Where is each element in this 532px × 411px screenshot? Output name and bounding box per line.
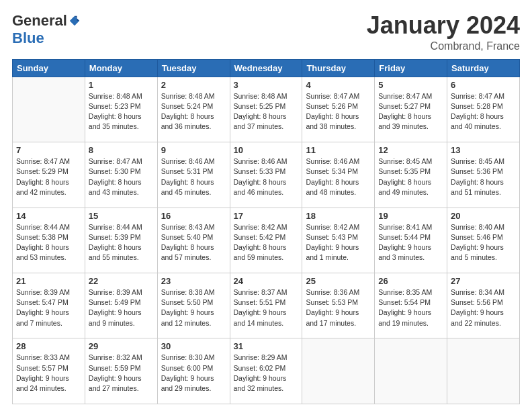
header-tuesday: Tuesday	[157, 59, 230, 77]
day-number: 26	[378, 276, 443, 286]
day-number: 11	[306, 145, 371, 155]
day-info: Sunrise: 8:40 AM Sunset: 5:46 PM Dayligh…	[451, 222, 516, 263]
day-info: Sunrise: 8:39 AM Sunset: 5:47 PM Dayligh…	[16, 287, 81, 328]
day-cell: 6Sunrise: 8:47 AM Sunset: 5:28 PM Daylig…	[447, 77, 520, 142]
subtitle: Combrand, France	[367, 40, 520, 52]
day-number: 29	[89, 341, 154, 351]
day-info: Sunrise: 8:47 AM Sunset: 5:26 PM Dayligh…	[306, 91, 371, 132]
day-info: Sunrise: 8:44 AM Sunset: 5:38 PM Dayligh…	[16, 222, 81, 263]
day-cell: 31Sunrise: 8:29 AM Sunset: 6:02 PM Dayli…	[230, 338, 302, 404]
header-saturday: Saturday	[447, 59, 520, 77]
day-cell: 20Sunrise: 8:40 AM Sunset: 5:46 PM Dayli…	[447, 208, 520, 273]
header-wednesday: Wednesday	[230, 59, 302, 77]
day-cell: 22Sunrise: 8:39 AM Sunset: 5:49 PM Dayli…	[85, 273, 157, 338]
day-info: Sunrise: 8:43 AM Sunset: 5:40 PM Dayligh…	[161, 222, 226, 263]
day-cell: 4Sunrise: 8:47 AM Sunset: 5:26 PM Daylig…	[302, 77, 375, 142]
week-row-5: 28Sunrise: 8:33 AM Sunset: 5:57 PM Dayli…	[13, 338, 520, 404]
day-cell: 28Sunrise: 8:33 AM Sunset: 5:57 PM Dayli…	[13, 338, 85, 404]
day-info: Sunrise: 8:47 AM Sunset: 5:27 PM Dayligh…	[378, 91, 443, 132]
day-number: 6	[451, 80, 516, 90]
logo-icon	[69, 15, 81, 27]
week-row-1: 1Sunrise: 8:48 AM Sunset: 5:23 PM Daylig…	[13, 77, 520, 142]
day-cell: 10Sunrise: 8:46 AM Sunset: 5:33 PM Dayli…	[230, 142, 302, 208]
day-info: Sunrise: 8:30 AM Sunset: 6:00 PM Dayligh…	[161, 353, 226, 394]
day-info: Sunrise: 8:37 AM Sunset: 5:51 PM Dayligh…	[234, 287, 299, 328]
day-cell: 1Sunrise: 8:48 AM Sunset: 5:23 PM Daylig…	[85, 77, 157, 142]
day-number: 22	[89, 276, 154, 286]
day-cell	[13, 77, 85, 142]
day-cell	[447, 338, 520, 404]
day-number: 25	[306, 276, 371, 286]
day-number: 7	[16, 145, 81, 155]
day-info: Sunrise: 8:47 AM Sunset: 5:28 PM Dayligh…	[451, 91, 516, 132]
header: General Blue January 2024 Combrand, Fran…	[12, 12, 520, 52]
day-cell: 26Sunrise: 8:35 AM Sunset: 5:54 PM Dayli…	[375, 273, 447, 338]
day-info: Sunrise: 8:39 AM Sunset: 5:49 PM Dayligh…	[89, 287, 154, 328]
day-cell: 16Sunrise: 8:43 AM Sunset: 5:40 PM Dayli…	[157, 208, 230, 273]
day-info: Sunrise: 8:48 AM Sunset: 5:25 PM Dayligh…	[234, 91, 299, 132]
day-cell	[302, 338, 375, 404]
day-cell: 8Sunrise: 8:47 AM Sunset: 5:30 PM Daylig…	[85, 142, 157, 208]
day-number: 8	[89, 145, 154, 155]
day-cell: 14Sunrise: 8:44 AM Sunset: 5:38 PM Dayli…	[13, 208, 85, 273]
day-cell: 12Sunrise: 8:45 AM Sunset: 5:35 PM Dayli…	[375, 142, 447, 208]
day-cell: 17Sunrise: 8:42 AM Sunset: 5:42 PM Dayli…	[230, 208, 302, 273]
day-number: 5	[378, 80, 443, 90]
day-cell	[375, 338, 447, 404]
day-cell: 9Sunrise: 8:46 AM Sunset: 5:31 PM Daylig…	[157, 142, 230, 208]
day-info: Sunrise: 8:42 AM Sunset: 5:43 PM Dayligh…	[306, 222, 371, 263]
day-number: 4	[306, 80, 371, 90]
day-number: 1	[89, 80, 154, 90]
logo-text: General	[12, 12, 81, 30]
day-cell: 2Sunrise: 8:48 AM Sunset: 5:24 PM Daylig…	[157, 77, 230, 142]
week-row-3: 14Sunrise: 8:44 AM Sunset: 5:38 PM Dayli…	[13, 208, 520, 273]
day-info: Sunrise: 8:34 AM Sunset: 5:56 PM Dayligh…	[451, 287, 516, 328]
day-number: 19	[378, 211, 443, 221]
day-number: 28	[16, 341, 81, 351]
day-number: 3	[234, 80, 299, 90]
day-cell: 15Sunrise: 8:44 AM Sunset: 5:39 PM Dayli…	[85, 208, 157, 273]
day-info: Sunrise: 8:48 AM Sunset: 5:24 PM Dayligh…	[161, 91, 226, 132]
header-row: SundayMondayTuesdayWednesdayThursdayFrid…	[13, 59, 520, 77]
day-cell: 3Sunrise: 8:48 AM Sunset: 5:25 PM Daylig…	[230, 77, 302, 142]
day-number: 14	[16, 211, 81, 221]
week-row-2: 7Sunrise: 8:47 AM Sunset: 5:29 PM Daylig…	[13, 142, 520, 208]
header-sunday: Sunday	[13, 59, 85, 77]
day-number: 12	[378, 145, 443, 155]
day-number: 30	[161, 341, 226, 351]
day-cell: 23Sunrise: 8:38 AM Sunset: 5:50 PM Dayli…	[157, 273, 230, 338]
logo-general: General	[12, 12, 67, 30]
day-cell: 21Sunrise: 8:39 AM Sunset: 5:47 PM Dayli…	[13, 273, 85, 338]
header-thursday: Thursday	[302, 59, 375, 77]
day-number: 15	[89, 211, 154, 221]
day-info: Sunrise: 8:32 AM Sunset: 5:59 PM Dayligh…	[89, 353, 154, 394]
header-monday: Monday	[85, 59, 157, 77]
day-info: Sunrise: 8:44 AM Sunset: 5:39 PM Dayligh…	[89, 222, 154, 263]
main-title: January 2024	[367, 12, 520, 39]
title-section: January 2024 Combrand, France	[367, 12, 520, 52]
day-info: Sunrise: 8:48 AM Sunset: 5:23 PM Dayligh…	[89, 91, 154, 132]
page: General Blue January 2024 Combrand, Fran…	[0, 0, 532, 411]
day-info: Sunrise: 8:35 AM Sunset: 5:54 PM Dayligh…	[378, 287, 443, 328]
day-cell: 27Sunrise: 8:34 AM Sunset: 5:56 PM Dayli…	[447, 273, 520, 338]
day-info: Sunrise: 8:41 AM Sunset: 5:44 PM Dayligh…	[378, 222, 443, 263]
day-info: Sunrise: 8:47 AM Sunset: 5:30 PM Dayligh…	[89, 156, 154, 197]
day-cell: 19Sunrise: 8:41 AM Sunset: 5:44 PM Dayli…	[375, 208, 447, 273]
day-number: 13	[451, 145, 516, 155]
day-info: Sunrise: 8:46 AM Sunset: 5:33 PM Dayligh…	[234, 156, 299, 197]
day-info: Sunrise: 8:45 AM Sunset: 5:36 PM Dayligh…	[451, 156, 516, 197]
day-info: Sunrise: 8:36 AM Sunset: 5:53 PM Dayligh…	[306, 287, 371, 328]
logo: General Blue	[12, 12, 81, 47]
day-number: 20	[451, 211, 516, 221]
day-cell: 13Sunrise: 8:45 AM Sunset: 5:36 PM Dayli…	[447, 142, 520, 208]
day-cell: 11Sunrise: 8:46 AM Sunset: 5:34 PM Dayli…	[302, 142, 375, 208]
day-info: Sunrise: 8:46 AM Sunset: 5:31 PM Dayligh…	[161, 156, 226, 197]
day-number: 16	[161, 211, 226, 221]
header-friday: Friday	[375, 59, 447, 77]
day-number: 27	[451, 276, 516, 286]
day-number: 9	[161, 145, 226, 155]
day-cell: 5Sunrise: 8:47 AM Sunset: 5:27 PM Daylig…	[375, 77, 447, 142]
day-info: Sunrise: 8:47 AM Sunset: 5:29 PM Dayligh…	[16, 156, 81, 197]
day-number: 18	[306, 211, 371, 221]
day-cell: 25Sunrise: 8:36 AM Sunset: 5:53 PM Dayli…	[302, 273, 375, 338]
